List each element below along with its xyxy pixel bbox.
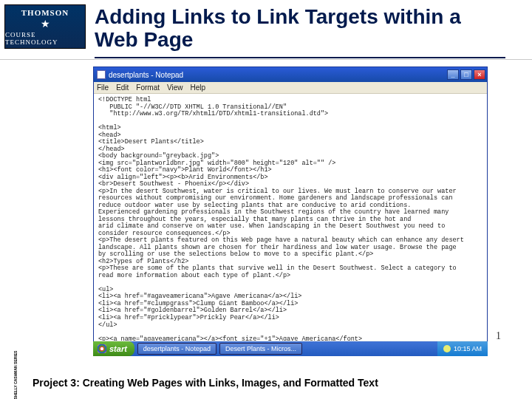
slide: THOMSON ★ COURSE TECHNOLOGY Adding Links… — [0, 0, 532, 399]
maximize-button[interactable]: □ — [460, 69, 472, 80]
system-tray[interactable]: 10:15 AM — [437, 341, 488, 356]
slide-heading: Adding Links to Link Targets within a We… — [95, 6, 505, 52]
logo-top: THOMSON — [21, 8, 69, 17]
window-controls: _ □ × — [447, 69, 485, 80]
menu-format[interactable]: Format — [136, 83, 160, 92]
page-number: 1 — [496, 330, 501, 342]
taskbar: start desertplants - Notepad Desert Plan… — [93, 341, 488, 356]
close-button[interactable]: × — [474, 69, 485, 80]
taskbar-notepad[interactable]: desertplants - Notepad — [137, 343, 216, 355]
titlebar[interactable]: desertplants - Notepad _ □ × — [94, 67, 487, 82]
notepad-window: desertplants - Notepad _ □ × File Edit F… — [93, 66, 488, 356]
series-logo: SHELLY CASHMAN SERIES — [1, 358, 31, 392]
editor-area[interactable]: <!DOCTYPE html PUBLIC "-//W3C//DTD XHTML… — [94, 94, 487, 341]
start-button[interactable]: start — [93, 341, 134, 356]
footer-text: Project 3: Creating Web Pages with Links… — [33, 377, 378, 389]
logo-star: ★ — [41, 18, 50, 30]
menu-view[interactable]: View — [167, 83, 183, 92]
heading-underline — [95, 57, 505, 58]
taskbar-browser[interactable]: Desert Plants - Micros... — [219, 343, 302, 355]
notepad-icon — [97, 70, 106, 79]
minimize-button[interactable]: _ — [447, 69, 459, 80]
menu-edit[interactable]: Edit — [116, 83, 129, 92]
divider — [0, 59, 532, 60]
clock: 10:15 AM — [454, 345, 482, 352]
menu-help[interactable]: Help — [191, 83, 206, 92]
series-text: SHELLY CASHMAN SERIES — [15, 350, 18, 399]
tray-icon[interactable] — [443, 345, 451, 352]
menubar: File Edit Format View Help — [94, 82, 487, 94]
window-title: desertplants - Notepad — [109, 71, 447, 79]
thomson-logo: THOMSON ★ COURSE TECHNOLOGY — [4, 4, 86, 49]
menu-file[interactable]: File — [97, 83, 109, 92]
logo-bottom: COURSE TECHNOLOGY — [5, 31, 85, 46]
